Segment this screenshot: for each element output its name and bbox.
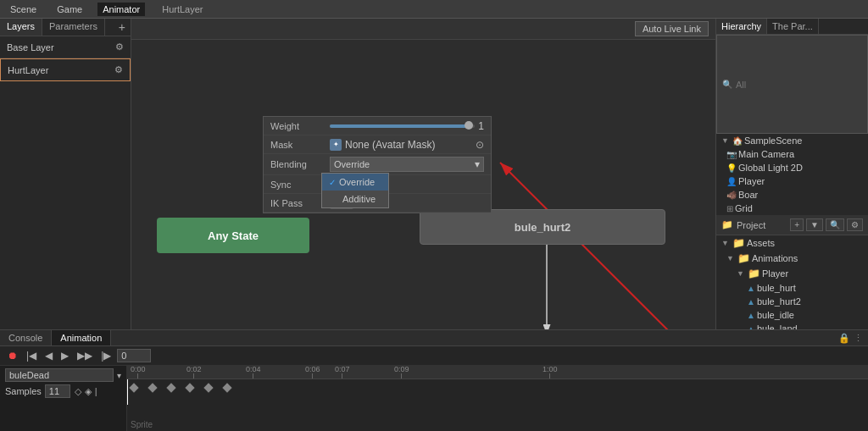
weight-value: 1 [478,120,484,132]
record-button[interactable]: ⏺ [5,349,20,362]
delete-keyframe-button[interactable]: | [94,385,98,397]
tree-bule-idle[interactable]: ▲ bule_idle [716,308,868,322]
tab-parameters[interactable]: Parameters [42,19,105,36]
keyframe-dot[interactable] [185,383,194,392]
layer-item-base[interactable]: Base Layer ⚙ [0,36,131,58]
project-add-button[interactable]: + [790,218,804,231]
keyframe-dot[interactable] [147,383,157,392]
svg-line-5 [500,163,678,329]
top-bar: Scene Game Animator HurtLayer [0,0,868,19]
tree-bule-land[interactable]: ▲ bule_land [716,322,868,329]
bule-hurt2-node[interactable]: bule_hurt2 [420,209,665,245]
anim-select-value[interactable]: buleDead [5,368,114,382]
state-machine: Any State Entry New State bule_hurt2 [131,40,715,329]
scene-icon: 🏠 [732,136,743,146]
tick-3: 0:06 [305,366,320,379]
tree-item-boar[interactable]: 🐗 Boar [716,188,868,202]
anim-icon-bule-hurt: ▲ [747,284,755,293]
project-more-button[interactable]: ▼ [806,218,823,231]
tab-layers[interactable]: Layers [0,19,42,36]
tree-item-main-camera[interactable]: 📷 Main Camera [716,147,868,161]
light-icon: 💡 [726,163,737,173]
bottom-tab-actions: 🔒 ⋮ [833,330,868,345]
add-layer-button[interactable]: + [114,19,131,36]
mask-value-text: None (Avatar Mask) [345,139,435,151]
right-panel: Hierarchy The Par... 🔍 ▼ 🏠 SampleScene 📷… [715,19,868,329]
object-icon: 📷 [726,150,737,159]
main-camera-label: Main Camera [738,149,794,159]
animations-label: Animations [752,253,798,263]
tree-item-samplescene[interactable]: ▼ 🏠 SampleScene [716,134,868,147]
bule-hurt-label: bule_hurt [757,283,796,293]
tree-assets[interactable]: ▼ 📁 Assets [716,235,868,251]
tab-animation[interactable]: Animation [52,330,111,345]
tab-animator[interactable]: Animator [97,3,145,16]
check-icon: ✓ [329,178,336,187]
keyframe-dot[interactable] [203,383,213,392]
skip-back-button[interactable]: |◀ [24,349,39,362]
player-folder-label: Player [762,268,788,279]
lock-icon[interactable]: 🔒 [838,333,850,344]
skip-fwd-button[interactable]: |▶ [98,349,114,362]
mask-value[interactable]: ✦ None (Avatar Mask) [330,139,472,151]
tick-2: 0:04 [246,366,261,379]
tab-game[interactable]: Game [52,3,87,16]
blending-value: Override [334,159,370,169]
timeline-dots [127,379,868,396]
keyframe-button[interactable]: ◇ [74,385,82,398]
timeline-body [127,379,868,405]
hierarchy-search-input[interactable] [736,80,862,90]
blending-label: Blending [270,159,330,169]
dropdown-override[interactable]: ✓ Override [322,174,388,191]
frame-input[interactable] [117,349,151,362]
project-settings-button[interactable]: ⚙ [847,218,863,231]
hierarchy-tab[interactable]: Hierarchy [716,19,767,34]
keyframe-dot[interactable] [166,383,175,392]
keyframe-dot[interactable] [129,383,138,392]
tab-console[interactable]: Console [0,330,52,345]
tree-bule-hurt[interactable]: ▲ bule_hurt [716,281,868,295]
next-button[interactable]: ▶▶ [75,349,95,362]
prev-button[interactable]: ◀ [42,349,55,362]
blending-dropdown: ✓ Override Additive [321,173,389,208]
left-panel: Layers Parameters + Base Layer ⚙ HurtLay… [0,19,131,329]
anim-select: buleDead ▾ [5,368,121,382]
tab-scene[interactable]: Scene [5,3,42,16]
scene-label: SampleScene [744,135,803,146]
expand-icon: ▼ [721,136,729,145]
sprite-label: Sprite [131,420,153,429]
hurt-layer-gear-icon[interactable]: ⚙ [114,64,123,75]
anim-select-arrow-icon[interactable]: ▾ [117,371,121,380]
tree-bule-hurt2[interactable]: ▲ bule_hurt2 [716,295,868,308]
the-par-tab[interactable]: The Par... [767,19,819,34]
add-keyframe-button[interactable]: ◈ [84,385,92,398]
weight-slider[interactable]: 1 [330,120,484,132]
layer-item-hurt[interactable]: HurtLayer ⚙ [0,58,131,81]
grid-label: Grid [735,203,753,213]
keyframe-dot[interactable] [222,383,231,392]
player-icon: 👤 [726,177,737,186]
tree-animations[interactable]: ▼ 📁 Animations [716,251,868,266]
timeline-cursor[interactable] [127,379,128,405]
blending-select[interactable]: Override ▾ [330,157,484,172]
base-layer-gear-icon[interactable]: ⚙ [115,41,124,52]
tree-item-grid[interactable]: ⊞ Grid [716,202,868,215]
tick-6: 1:00 [542,366,558,379]
tree-item-player[interactable]: 👤 Player [716,174,868,188]
anim-icon-bule-hurt2: ▲ [747,297,755,307]
dropdown-additive[interactable]: Additive [322,191,388,207]
tree-player-folder[interactable]: ▼ 📁 Player [716,266,868,281]
samples-label: Samples [5,386,42,396]
more-icon[interactable]: ⋮ [854,333,863,344]
boar-label: Boar [738,190,758,200]
project-search-button[interactable]: 🔍 [826,218,844,231]
play-button[interactable]: ▶ [58,349,71,362]
project-tree: ▼ 📁 Assets ▼ 📁 Animations ▼ 📁 Player ▲ b… [716,235,868,329]
samples-input[interactable] [45,384,70,398]
tick-4: 0:07 [335,366,350,379]
any-state-node[interactable]: Any State [157,218,309,253]
hierarchy-search[interactable]: 🔍 [716,35,868,134]
auto-live-link-button[interactable]: Auto Live Link [635,21,709,36]
mask-link-icon[interactable]: ⊙ [476,139,484,151]
tree-item-global-light[interactable]: 💡 Global Light 2D [716,161,868,174]
